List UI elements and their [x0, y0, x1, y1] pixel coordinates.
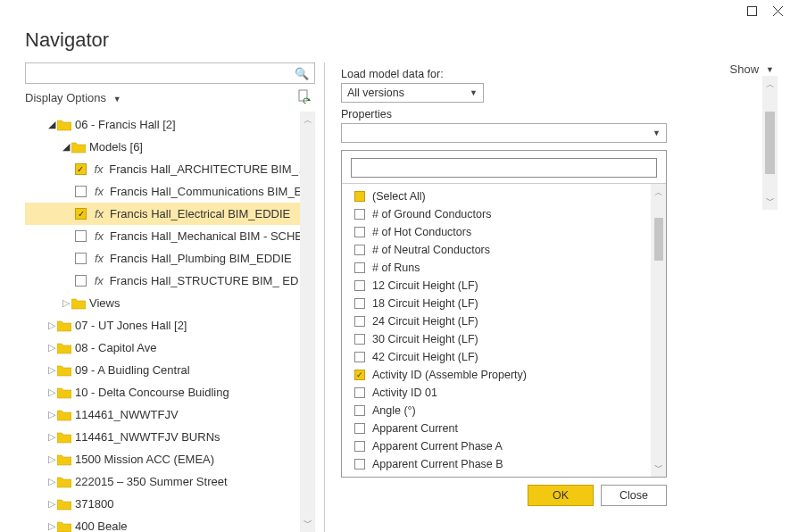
property-checkbox[interactable] [354, 191, 365, 202]
load-model-dropdown[interactable]: All versions ▼ [341, 83, 484, 103]
property-item[interactable]: Apparent Current [342, 420, 651, 437]
tree-item[interactable]: ▷10 - Delta Concourse Buidling [25, 381, 315, 403]
tree-item[interactable]: ◢Models [6] [25, 136, 315, 158]
tree-item[interactable]: fxFrancis Hall_STRUCTURE BIM_ EDDIE [25, 270, 315, 292]
property-item[interactable]: 30 Circuit Height (LF) [342, 330, 651, 348]
property-item[interactable]: # of Neutral Conductors [342, 241, 651, 259]
property-checkbox[interactable] [354, 245, 365, 255]
expander-icon[interactable]: ▷ [61, 297, 71, 309]
close-icon[interactable] [773, 5, 783, 19]
tree-checkbox[interactable] [75, 230, 87, 242]
expander-icon[interactable]: ▷ [46, 453, 57, 465]
tree-item[interactable]: ▷08 - Capitol Ave [25, 337, 315, 359]
scroll-up-icon[interactable]: ︿ [304, 112, 312, 129]
property-item[interactable]: 12 Circuit Height (LF) [342, 277, 651, 295]
tree-item[interactable]: fxFrancis Hall_ARCHITECTURE BIM_20... [25, 158, 315, 180]
property-checkbox[interactable] [354, 352, 365, 362]
property-item[interactable]: (Select All) [342, 187, 651, 205]
ok-button[interactable]: OK [528, 485, 594, 506]
tree-item[interactable]: fxFrancis Hall_Communications BIM_E... [25, 180, 315, 203]
expander-icon[interactable]: ▷ [46, 476, 57, 487]
tree-checkbox[interactable] [75, 163, 87, 175]
tree-item[interactable]: ▷1500 Mission ACC (EMEA) [25, 448, 315, 470]
tree-item[interactable]: ▷371800 [25, 493, 315, 515]
property-checkbox[interactable] [354, 423, 365, 434]
property-checkbox[interactable] [354, 298, 365, 309]
expander-icon[interactable]: ▷ [46, 520, 57, 532]
tree-label: 371800 [75, 497, 113, 511]
search-field[interactable] [31, 66, 295, 81]
scrollbar-thumb[interactable] [654, 218, 663, 261]
expander-icon[interactable]: ◢ [61, 141, 71, 153]
property-checkbox[interactable] [354, 334, 365, 345]
tree-item[interactable]: fxFrancis Hall_Plumbing BIM_EDDIE [25, 247, 315, 270]
maximize-icon[interactable] [747, 5, 757, 19]
property-item[interactable]: # of Hot Conductors [342, 223, 651, 241]
property-item[interactable]: 24 Circuit Height (LF) [342, 312, 651, 330]
tree-item[interactable]: ▷09 - A Buidling Central [25, 359, 315, 381]
expander-icon[interactable]: ▷ [46, 320, 57, 331]
property-item[interactable]: Activity ID 01 [342, 384, 651, 402]
property-checkbox[interactable] [354, 280, 365, 291]
property-checkbox[interactable] [354, 262, 365, 273]
scroll-up-icon[interactable]: ︿ [654, 184, 663, 202]
close-button[interactable]: Close [601, 485, 667, 506]
property-checkbox[interactable] [354, 209, 365, 220]
expander-icon[interactable]: ◢ [46, 119, 57, 130]
search-input[interactable]: 🔍 [25, 62, 315, 84]
property-checkbox[interactable] [354, 459, 365, 470]
tree-item[interactable]: ◢06 - Francis Hall [2] [25, 113, 315, 136]
tree-item[interactable]: fxFrancis Hall_Mechanical BIM - SCHE... [25, 225, 315, 247]
panel-scrollbar[interactable]: ︿ ﹀ [762, 76, 778, 210]
property-item[interactable]: Activity ID (Assemble Property) [342, 366, 651, 384]
property-item[interactable]: # of Ground Conductors [342, 205, 651, 223]
tree-item[interactable]: ▷400 Beale [25, 515, 315, 532]
scroll-down-icon[interactable]: ﹀ [766, 192, 775, 210]
tree-item[interactable]: ▷222015 – 350 Summer Street [25, 470, 315, 493]
tree-item[interactable]: ▷114461_NWWTFJV [25, 403, 315, 426]
scroll-down-icon[interactable]: ﹀ [304, 514, 312, 532]
expander-icon[interactable]: ▷ [46, 387, 57, 398]
show-menu[interactable]: Show ▼ [730, 62, 778, 76]
tree-label: 114461_NWWTFJV [75, 408, 179, 421]
display-options-dropdown[interactable]: Display Options ▼ [25, 91, 121, 104]
tree-checkbox[interactable] [75, 275, 87, 287]
properties-scrollbar[interactable]: ︿ ﹀ [651, 184, 666, 477]
tree-checkbox[interactable] [75, 253, 87, 264]
property-item[interactable]: 18 Circuit Height (LF) [342, 295, 651, 312]
expander-icon[interactable]: ▷ [46, 498, 57, 510]
tree-item[interactable]: ▷Views [25, 292, 315, 314]
tree-item[interactable]: fxFrancis Hall_Electrical BIM_EDDIE [25, 203, 315, 225]
expander-icon[interactable]: ▷ [46, 342, 57, 353]
property-item[interactable]: Apparent Current Phase A [342, 437, 651, 455]
property-checkbox[interactable] [354, 316, 365, 327]
expander-icon[interactable]: ▷ [46, 431, 57, 443]
tree-checkbox[interactable] [75, 208, 87, 220]
tree-item[interactable]: ▷114461_NWWTFJV BURNs [25, 426, 315, 448]
expander-icon[interactable]: ▷ [46, 364, 57, 376]
scroll-down-icon[interactable]: ﹀ [654, 459, 663, 477]
property-checkbox[interactable] [354, 387, 365, 398]
property-checkbox[interactable] [354, 370, 365, 380]
property-item[interactable]: Angle (°) [342, 402, 651, 420]
tree-scrollbar[interactable]: ︿ ﹀ [300, 112, 315, 532]
refresh-icon[interactable] [297, 89, 312, 106]
property-label: Activity ID (Assemble Property) [372, 369, 527, 381]
scrollbar-thumb[interactable] [765, 112, 775, 174]
expander-icon[interactable]: ▷ [46, 409, 57, 420]
tree-checkbox[interactable] [75, 186, 87, 197]
navigator-tree[interactable]: ◢06 - Francis Hall [2]◢Models [6]fxFranc… [25, 112, 315, 532]
search-icon[interactable]: 🔍 [295, 67, 309, 80]
properties-search-input[interactable] [352, 159, 656, 177]
properties-search[interactable] [351, 158, 657, 178]
property-item[interactable]: 42 Circuit Height (LF) [342, 348, 651, 366]
properties-dropdown[interactable]: ▼ [341, 123, 667, 143]
property-item[interactable]: Apparent Current Phase B [342, 455, 651, 473]
property-checkbox[interactable] [354, 227, 365, 237]
property-checkbox[interactable] [354, 441, 365, 452]
scroll-up-icon[interactable]: ︿ [766, 76, 775, 94]
tree-item[interactable]: ▷07 - UT Jones Hall [2] [25, 314, 315, 337]
properties-list[interactable]: (Select All)# of Ground Conductors# of H… [342, 184, 651, 477]
property-item[interactable]: # of Runs [342, 259, 651, 277]
property-checkbox[interactable] [354, 405, 365, 416]
